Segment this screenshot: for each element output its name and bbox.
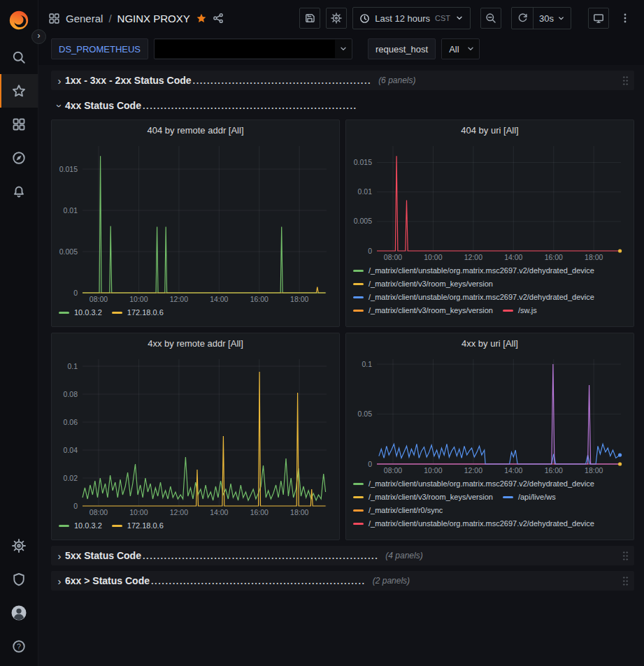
legend-series-color (353, 496, 364, 498)
panel-404-by-uri: 404 by uri [All] 00.0050.010.01508:0010:… (345, 120, 634, 327)
variable-value-request-host[interactable]: All (441, 38, 479, 59)
legend-item[interactable]: 172.18.0.6 (112, 521, 164, 530)
sidebar-item-server-admin[interactable] (0, 563, 38, 596)
dashboard-settings-button[interactable] (326, 8, 347, 29)
svg-text:0.04: 0.04 (64, 446, 78, 454)
panel-4xx-by-remote-addr: 4xx by remote addr [All] 00.020.040.060.… (51, 333, 340, 540)
refresh-interval-value: 30s (539, 13, 554, 24)
svg-text:12:00: 12:00 (464, 253, 482, 261)
panel-title-text: 4xx by remote addr [All] (148, 338, 243, 349)
svg-text:0.06: 0.06 (64, 418, 78, 426)
sidebar-item-alerting[interactable] (0, 175, 38, 208)
sidebar-item-help[interactable]: ? (0, 630, 38, 663)
sidebar-item-configuration[interactable] (0, 529, 38, 563)
sidebar-item-search[interactable] (0, 41, 38, 74)
search-icon (12, 50, 26, 64)
legend-item[interactable]: /_matrix/client/unstable/org.matrix.msc2… (353, 479, 594, 488)
refresh-interval-dropdown[interactable]: 30s (533, 8, 571, 29)
legend-item[interactable]: /_matrix/client/unstable/org.matrix.msc2… (353, 293, 594, 301)
legend-item[interactable]: /_matrix/client/r0/sync (353, 506, 443, 514)
timeseries-chart[interactable]: 00.020.040.060.080.108:0010:0012:0014:00… (55, 353, 335, 518)
save-dashboard-button[interactable] (299, 8, 320, 29)
legend-item[interactable]: /_matrix/client/v3/room_keys/version (353, 280, 493, 288)
row-header-6xx[interactable]: 6xx > Status Code ......................… (51, 571, 634, 591)
share-icon[interactable] (213, 13, 224, 24)
legend-item[interactable]: /_matrix/client/v3/room_keys/version (353, 306, 493, 314)
legend-series-label: /_matrix/client/r0/sync (368, 506, 443, 514)
svg-text:18:00: 18:00 (290, 295, 308, 303)
legend-item[interactable]: /_matrix/client/unstable/org.matrix.msc2… (353, 519, 594, 528)
panel-title[interactable]: 404 by uri [All] (346, 120, 634, 140)
zoom-out-time-button[interactable] (480, 8, 501, 29)
legend-item[interactable]: /_matrix/client/v3/room_keys/version (353, 493, 493, 501)
refresh-button[interactable] (512, 8, 533, 27)
legend-item[interactable]: 172.18.0.6 (112, 308, 164, 317)
svg-text:0.1: 0.1 (362, 360, 372, 368)
panel-title[interactable]: 404 by remote addr [All] (52, 120, 339, 140)
svg-text:?: ? (17, 642, 21, 651)
favorite-star-icon[interactable] (196, 13, 207, 24)
chart-area: 00.0050.010.01508:0010:0012:0014:0016:00… (346, 140, 634, 263)
row-title: 1xx - 3xx - 2xx Status Code (65, 75, 192, 86)
svg-text:0.015: 0.015 (354, 158, 372, 166)
dashboard-title[interactable]: NGINX PROXY (117, 13, 190, 24)
dashboard-toolbar: General / NGINX PROXY Last 12 hours CST (38, 0, 644, 36)
legend-item[interactable]: 10.0.3.2 (59, 521, 102, 530)
svg-text:12:00: 12:00 (170, 508, 188, 516)
variable-label-ds-prometheus[interactable]: DS_PROMETHEUS (51, 38, 148, 59)
svg-text:12:00: 12:00 (464, 466, 482, 475)
row-drag-handle[interactable] (622, 576, 629, 586)
legend-series-label: 10.0.3.2 (74, 308, 102, 317)
timeseries-chart[interactable]: 00.0050.010.01508:0010:0012:0014:0016:00… (349, 140, 629, 263)
legend-item[interactable]: /api/live/ws (503, 493, 556, 501)
chevron-down-icon (455, 14, 464, 22)
timeseries-chart[interactable]: 00.050.108:0010:0012:0014:0016:0018:00 (349, 353, 629, 476)
panel-title[interactable]: 4xx by remote addr [All] (52, 333, 339, 353)
refresh-controls: 30s (511, 7, 571, 29)
more-options-button[interactable] (615, 8, 636, 29)
sidebar-item-profile[interactable] (0, 596, 38, 630)
legend-item[interactable]: 10.0.3.2 (59, 308, 102, 317)
legend-series-color (353, 296, 364, 298)
row-panel-count: (2 panels) (373, 576, 410, 586)
row-drag-handle[interactable] (622, 551, 629, 560)
svg-text:08:00: 08:00 (384, 253, 402, 261)
time-range-picker[interactable]: Last 12 hours CST (352, 7, 471, 29)
chevron-down-icon (335, 45, 352, 53)
chart-area: 00.050.108:0010:0012:0014:0016:0018:00 (346, 353, 634, 476)
row-header-5xx[interactable]: 5xx Status Code ........................… (51, 546, 634, 565)
variable-label-request-host[interactable]: request_host (368, 38, 436, 59)
legend-item[interactable]: /_matrix/client/unstable/org.matrix.msc2… (353, 266, 594, 275)
panels-grid: 404 by remote addr [All] 00.0050.010.015… (51, 120, 634, 540)
sidebar-item-explore[interactable] (0, 141, 38, 175)
panel-legend: /_matrix/client/unstable/org.matrix.msc2… (346, 263, 634, 326)
tv-kiosk-mode-button[interactable] (588, 8, 609, 29)
svg-text:0.005: 0.005 (59, 247, 78, 256)
row-header-1xx-3xx-2xx[interactable]: 1xx - 3xx - 2xx Status Code ............… (51, 71, 634, 90)
variable-value-ds-prometheus[interactable] (154, 38, 352, 59)
svg-text:0.01: 0.01 (64, 206, 78, 215)
timeseries-chart[interactable]: 00.0050.010.01508:0010:0012:0014:0016:00… (55, 140, 335, 305)
legend-series-color (112, 525, 122, 527)
svg-text:0.1: 0.1 (67, 362, 78, 370)
panel-title[interactable]: 4xx by uri [All] (346, 333, 634, 353)
breadcrumb-folder[interactable]: General (66, 13, 103, 24)
row-panel-count: (6 panels) (378, 75, 415, 85)
legend-series-color (353, 523, 364, 525)
svg-text:0.02: 0.02 (64, 474, 78, 482)
save-icon (304, 13, 315, 24)
sidebar-item-dashboards[interactable] (0, 108, 38, 141)
legend-series-color (59, 312, 69, 314)
svg-text:08:00: 08:00 (90, 508, 108, 516)
sidebar-expand-button[interactable]: › (31, 29, 46, 44)
row-drag-handle[interactable] (622, 75, 629, 85)
panel-legend: 10.0.3.2172.18.0.6 (52, 518, 339, 540)
svg-text:16:00: 16:00 (250, 295, 269, 303)
svg-text:18:00: 18:00 (585, 253, 603, 261)
help-icon: ? (12, 639, 26, 653)
row-header-4xx[interactable]: 4xx Status Code ........................… (51, 96, 634, 115)
sidebar-item-starred[interactable] (0, 74, 38, 108)
row-leader-dots: ........................................… (193, 75, 372, 86)
timezone-label: CST (435, 14, 450, 22)
legend-item[interactable]: /sw.js (503, 306, 537, 314)
